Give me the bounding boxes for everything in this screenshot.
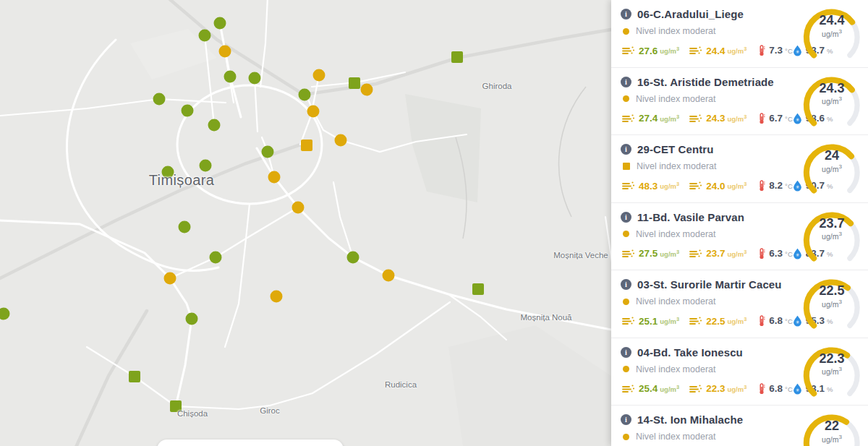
- pm25-group: 22.5 ug/m3: [689, 316, 746, 327]
- pm25-group: 24.4 ug/m3: [689, 46, 746, 56]
- station-name: 06-C.Aradului_Liege: [637, 8, 744, 20]
- station-card[interactable]: i 29-CET Centru Nivel index moderat: [611, 135, 868, 203]
- station-marker-green-square[interactable]: [129, 371, 140, 382]
- gauge-value: 24.4: [819, 14, 844, 28]
- pm10-group: 25.1 ug/m3: [622, 316, 679, 327]
- status-dot-icon: [623, 366, 629, 372]
- station-marker-yellow-circle[interactable]: [383, 270, 395, 282]
- info-icon[interactable]: i: [621, 77, 631, 87]
- gauge-unit: ug/m3: [822, 434, 842, 444]
- thermometer-icon: [758, 315, 765, 327]
- info-icon[interactable]: i: [621, 9, 631, 20]
- station-marker-yellow-circle[interactable]: [361, 84, 373, 96]
- thermometer-icon: [758, 248, 765, 260]
- gauge-unit: ug/m3: [822, 163, 842, 173]
- station-marker-green-circle[interactable]: [224, 71, 237, 83]
- station-marker-green-circle[interactable]: [186, 313, 198, 325]
- thermometer-icon: [758, 383, 765, 395]
- gauge-text: 22.3 ug/m3: [799, 340, 864, 403]
- gauge-value: 24.3: [819, 82, 844, 96]
- map-bottom-card[interactable]: [157, 439, 344, 446]
- thermometer-icon: [758, 180, 765, 192]
- gauge-unit: ug/m3: [822, 95, 842, 106]
- thermometer-icon: [758, 113, 765, 124]
- station-marker-green-circle[interactable]: [347, 252, 359, 264]
- pm-gauge: 24.3 ug/m3: [799, 70, 864, 132]
- status-label: Nivel index moderat: [636, 296, 715, 306]
- station-marker-green-square[interactable]: [349, 77, 360, 89]
- pm10-value: 27.6: [639, 46, 658, 56]
- info-icon[interactable]: i: [621, 144, 631, 155]
- station-name: 04-Bd. Take Ionescu: [637, 346, 743, 359]
- pm10-unit: ug/m3: [660, 113, 679, 123]
- pm-gauge: 24 ug/m3: [799, 137, 864, 200]
- status-label: Nivel index moderat: [637, 161, 716, 171]
- pm25-wind-icon: [689, 113, 702, 124]
- station-card[interactable]: i 16-St. Aristide Demetriade Nivel index…: [611, 68, 868, 136]
- station-marker-yellow-circle[interactable]: [164, 273, 176, 285]
- station-marker-green-circle[interactable]: [208, 119, 221, 132]
- pm10-group: 25.4 ug/m3: [622, 383, 679, 394]
- station-marker-green-circle[interactable]: [210, 252, 222, 264]
- pm25-wind-icon: [689, 384, 702, 394]
- station-marker-yellow-circle[interactable]: [219, 46, 231, 58]
- pm10-wind-icon: [622, 384, 635, 394]
- info-icon[interactable]: i: [621, 414, 631, 425]
- station-marker-yellow-circle[interactable]: [268, 171, 281, 184]
- station-marker-yellow-circle[interactable]: [271, 291, 283, 303]
- pm25-value: 24.4: [706, 46, 725, 56]
- pm25-value: 24.0: [706, 181, 725, 192]
- pm25-unit: ug/m3: [727, 249, 746, 258]
- station-marker-yellow-circle[interactable]: [292, 202, 305, 214]
- station-marker-green-circle[interactable]: [249, 72, 261, 85]
- temperature-value: 7.3: [769, 45, 783, 56]
- map-canvas[interactable]: TimișoaraGhirodaMoșnița VecheMoșnița Nou…: [0, 0, 611, 446]
- gauge-text: 22 ug/m3: [799, 408, 864, 446]
- gauge-unit: ug/m3: [822, 28, 842, 38]
- station-marker-green-circle[interactable]: [214, 17, 226, 30]
- pm10-wind-icon: [622, 46, 635, 56]
- station-marker-yellow-circle[interactable]: [313, 69, 326, 82]
- station-marker-yellow-circle[interactable]: [307, 106, 320, 118]
- station-card[interactable]: i 14-St. Ion Mihalache Nivel index moder…: [611, 406, 868, 446]
- info-icon[interactable]: i: [621, 212, 631, 223]
- pm25-wind-icon: [689, 181, 702, 191]
- station-marker-green-circle[interactable]: [299, 89, 311, 101]
- station-marker-yellow-circle[interactable]: [335, 134, 347, 147]
- station-marker-green-circle[interactable]: [199, 30, 211, 42]
- temperature-value: 6.7: [769, 113, 783, 124]
- info-icon[interactable]: i: [621, 279, 631, 290]
- temperature-value: 6.8: [769, 383, 783, 394]
- station-marker-green-circle[interactable]: [262, 146, 274, 158]
- gauge-value: 22.3: [819, 352, 844, 366]
- gauge-unit: ug/m3: [822, 366, 842, 376]
- station-marker-green-circle[interactable]: [182, 105, 194, 117]
- station-name: 11-Bd. Vasile Parvan: [637, 211, 744, 223]
- station-marker-green-circle[interactable]: [200, 160, 212, 172]
- map-roads: [0, 0, 611, 446]
- temperature-group: 6.3 °C: [758, 248, 792, 260]
- pm25-unit: ug/m3: [727, 181, 746, 190]
- gauge-text: 23.7 ug/m3: [799, 205, 864, 267]
- gauge-value: 22: [825, 419, 839, 434]
- pm25-value: 22.3: [706, 383, 725, 394]
- gauge-text: 22.5 ug/m3: [799, 273, 864, 335]
- station-card[interactable]: i 11-Bd. Vasile Parvan Nivel index moder…: [611, 203, 868, 271]
- station-marker-green-square[interactable]: [472, 283, 484, 295]
- place-label: Rudicica: [385, 380, 417, 389]
- pm10-wind-icon: [622, 113, 635, 124]
- station-card[interactable]: i 06-C.Aradului_Liege Nivel index modera…: [611, 0, 868, 68]
- station-card[interactable]: i 03-St. Surorile Martir Caceu Nivel ind…: [611, 270, 868, 338]
- info-icon[interactable]: i: [621, 347, 631, 358]
- status-dot-icon: [623, 95, 629, 102]
- pm10-value: 25.1: [639, 316, 658, 327]
- station-card[interactable]: i 04-Bd. Take Ionescu Nivel index modera…: [611, 338, 868, 406]
- status-dot-icon: [623, 231, 629, 237]
- station-marker-green-circle[interactable]: [153, 93, 166, 106]
- station-marker-yellow-square[interactable]: [301, 140, 312, 151]
- status-dot-icon: [623, 434, 629, 440]
- pm25-value: 23.7: [706, 248, 725, 259]
- station-marker-green-circle[interactable]: [179, 221, 191, 233]
- station-marker-green-square[interactable]: [451, 51, 463, 63]
- pm10-group: 27.5 ug/m3: [622, 248, 679, 259]
